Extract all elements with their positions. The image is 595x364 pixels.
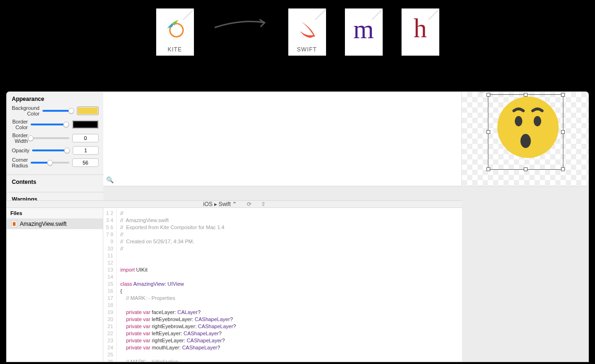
code-editor[interactable]: 1 2 3 4 5 6 7 8 9 10 11 12 13 14 15 16 1… — [103, 208, 462, 362]
border-color-swatch[interactable] — [72, 120, 99, 129]
border-width-slider[interactable] — [31, 137, 69, 139]
m-file-icon: m — [345, 8, 383, 56]
refresh-icon[interactable]: ⟳ — [247, 201, 251, 207]
swift-file-small-icon — [11, 221, 17, 227]
resize-handle[interactable] — [486, 167, 490, 171]
border-width-input[interactable]: 0 — [72, 134, 99, 142]
search-field[interactable]: 🔍 — [106, 175, 114, 184]
breadcrumb-bar: iOS ▸ Swift ⌃ ⟳ ⇪ — [7, 200, 462, 208]
appearance-section: Appearance Background Color Border Color… — [7, 92, 103, 175]
resize-handle[interactable] — [561, 93, 565, 97]
resize-handle[interactable] — [524, 167, 528, 171]
files-header: Files — [7, 208, 103, 219]
bg-color-slider[interactable] — [42, 110, 74, 112]
app-window: 🔍 — [7, 92, 588, 362]
bg-color-swatch[interactable] — [77, 107, 99, 115]
kite-label: KITE — [168, 46, 182, 53]
h-file-icon: h — [402, 8, 439, 56]
top-file-icons: KITE SWIFT m h — [0, 8, 595, 56]
border-color-slider[interactable] — [31, 124, 69, 125]
breadcrumb-path[interactable]: iOS ▸ Swift ⌃ — [203, 201, 237, 207]
inspector-panel: Appearance Background Color Border Color… — [7, 92, 103, 200]
bg-color-label: Background Color — [12, 105, 40, 116]
border-color-label: Border Color — [12, 119, 28, 130]
radius-slider[interactable] — [31, 162, 69, 164]
swift-file-icon: SWIFT — [288, 8, 326, 56]
canvas[interactable] — [462, 92, 588, 186]
m-glyph-icon: m — [345, 14, 383, 44]
h-glyph-icon: h — [402, 13, 439, 43]
files-sidebar: Files AmazingView.swift — [7, 208, 103, 362]
contents-section: Contents — [7, 175, 103, 192]
search-icon: 🔍 — [106, 176, 114, 183]
arrow-icon — [213, 18, 269, 32]
resize-handle[interactable] — [524, 93, 528, 97]
share-icon[interactable]: ⇪ — [261, 201, 266, 207]
file-row[interactable]: AmazingView.swift — [7, 219, 103, 229]
opacity-input[interactable]: 1 — [73, 146, 99, 155]
kite-icon — [156, 18, 194, 45]
selection-box[interactable] — [488, 94, 563, 170]
appearance-title: Appearance — [12, 96, 99, 102]
swift-label: SWIFT — [297, 46, 317, 53]
swift-icon — [288, 18, 326, 45]
resize-handle[interactable] — [561, 130, 565, 134]
line-gutter: 1 2 3 4 5 6 7 8 9 10 11 12 13 14 15 16 1… — [103, 208, 117, 362]
file-name: AmazingView.swift — [20, 221, 67, 227]
opacity-label: Opacity — [12, 148, 29, 153]
kite-file-icon: KITE — [156, 8, 194, 56]
resize-handle[interactable] — [486, 130, 490, 134]
opacity-slider[interactable] — [32, 149, 70, 151]
contents-title: Contents — [12, 179, 99, 185]
radius-input[interactable]: 56 — [72, 158, 99, 167]
source-view[interactable]: // // AmazingView.swift // Exported from… — [117, 208, 277, 362]
resize-handle[interactable] — [561, 167, 565, 171]
resize-handle[interactable] — [486, 93, 490, 97]
left-top-panel: 🔍 — [103, 92, 462, 186]
border-width-label: Border Width — [12, 132, 28, 144]
radius-label: Corner Radius — [12, 157, 28, 168]
